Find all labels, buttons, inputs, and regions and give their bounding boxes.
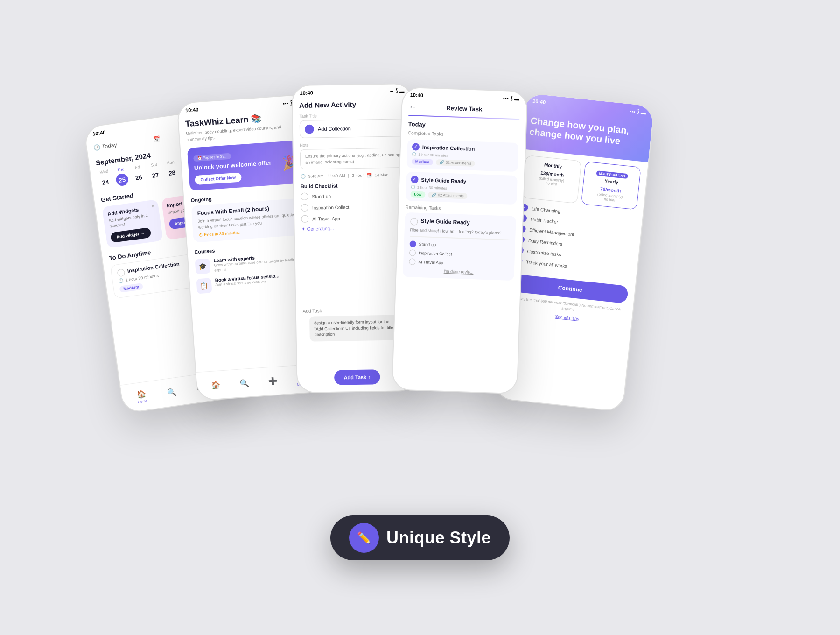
promo-expires: ⏰ Expires in 23... [193,153,231,162]
completed-task-name-2: ✓ Style Guide Ready [411,176,512,187]
cal-day-27: Sat 27 [147,162,163,182]
done-review-button[interactable]: I'm done revie... [409,268,509,275]
check-item-2[interactable]: Inspiration Collect [301,202,407,212]
badge-row-1: Medium 🔗 02 Attachments [412,158,513,168]
duration: 2 hour [352,173,364,178]
attach-badge-1: 🔗 02 Attachments [436,159,476,167]
mini-check-2[interactable]: Inspiration Collect [409,249,509,259]
review-title: Review Task [446,105,483,113]
phone-review-task: 10:40 ▪▪▪⟆▬ ← Review Task Today Complete… [392,86,528,394]
checkbox-2[interactable] [301,204,308,212]
completed-label: Completed Tasks [408,130,519,139]
completed-task-name-1: ✓ Inspiration Collection [412,143,514,154]
add-activity-title: Add New Activity [293,96,413,114]
priority-badge-2: Low [410,191,425,198]
check-item-1[interactable]: Stand-up [301,191,407,200]
completed-task-1: ✓ Inspiration Collection 🕐1 hour 30 minu… [406,139,518,172]
mini-checkbox-3[interactable] [409,258,415,265]
cal-day-25[interactable]: Thu 25 [113,166,130,187]
cal-day-24: Wed 24 [97,169,113,189]
unique-style-badge: ✏️ Unique Style [330,515,510,560]
remaining-task-card: Style Guide Ready Rise and shine! How am… [403,212,516,281]
collect-offer-button[interactable]: Collect Offer Now [195,172,242,185]
badge-row-2: Low 🔗 02 Attachments [410,191,512,201]
cal-day-26: Fri 26 [130,164,147,184]
course-icon-1: 🎓 [195,259,211,275]
remaining-task-name: Style Guide Ready [420,218,470,226]
widget-card-1[interactable]: × Add Widgets Add widgets only in 2 minu… [102,199,163,248]
yearly-plan-card[interactable]: MOST POPULAR Yearly 7$/month (billed mon… [581,161,641,210]
checklist-label: Build Checklist [301,182,407,189]
nav-home[interactable]: 🏠 Home [136,389,148,404]
today-section: Today Completed Tasks ✓ Inspiration Coll… [396,120,526,281]
task-badge-medium: Medium [119,283,143,293]
checkbox-1[interactable] [301,193,308,200]
task-checkbox[interactable] [117,269,125,277]
mini-checklist: Stand-up Inspiration Collect AI Travel A… [409,240,510,268]
attach-badge-2: 🔗 02 Attachments [428,192,468,199]
generating-indicator: ✦Generating... [301,225,408,232]
nav-search[interactable]: 🔍 [167,387,177,397]
check-icon-2: ✓ [411,176,419,183]
status-icons-4: ▪▪▪⟆▬ [503,95,519,101]
priority-badge-1: Medium [412,158,434,165]
today-label[interactable]: 🕐 Today [93,141,118,151]
remaining-label: Remaining Tasks [405,205,516,213]
time-range: 9:40 AM - 11:40 AM [308,174,345,179]
time-2: 10:40 [185,106,199,113]
time-3: 10:40 [300,90,313,95]
remaining-checkbox[interactable] [410,218,418,226]
add-task-button[interactable]: Add Task ↑ [334,369,380,385]
ai-prompt-text: design a user-friendly form layout for t… [309,315,403,341]
nav-add-2[interactable]: ➕ [268,376,278,386]
note-textarea[interactable]: Ensure the primary actions (e.g., adding… [300,148,407,169]
add-task-label: Add Task [303,308,322,314]
status-icons-5: ▪▪▪⟆▬ [630,108,646,116]
cal-day-28: Sun 28 [163,159,180,180]
form-section: Task Title Add Collection Note Ensure th… [293,112,414,232]
time-1: 10:40 [92,129,106,136]
mini-checkbox-2[interactable] [409,249,416,256]
add-widget-button[interactable]: Add widget → [110,227,151,243]
note-label: Note [300,141,406,148]
time-row: 🕐 9:40 AM - 11:40 AM | 2 hour 📅 14 Mar..… [301,172,407,179]
close-icon-1[interactable]: × [151,203,155,210]
mini-check-1[interactable]: Stand-up [409,240,509,250]
remaining-task-sub: Rise and shine! How am i feeling? today'… [410,227,510,235]
badge-icon: ✏️ [349,523,379,553]
today-label: Today [408,120,519,131]
popular-badge: MOST POPULAR [596,170,628,179]
back-arrow-icon[interactable]: ← [409,103,417,112]
focus-card[interactable]: Focus With Email (2 hours) Join a virtua… [191,198,309,243]
badge-label: Unique Style [386,528,491,548]
checkbox-3[interactable] [301,215,308,223]
mini-check-3[interactable]: AI Travel App [409,258,509,268]
time-4: 10:40 [410,92,424,98]
check-icon-1: ✓ [412,143,420,151]
nav-search-2[interactable]: 🔍 [239,378,249,388]
completed-task-2: ✓ Style Guide Ready 🕐1 hour 30 minutes L… [406,172,518,205]
task-title-input[interactable]: Add Collection [300,119,406,138]
features-list: ✓ Life Changing ✓ Habit Tracker ✓ Effici… [507,203,643,285]
promo-banner: ⏰ Expires in 23... Unlock your welcome o… [187,140,306,191]
mini-checkbox-1[interactable] [409,240,416,247]
time-5: 10:40 [532,98,546,105]
monthly-plan-card[interactable]: Monthly 13$/month (billed monthly) no tr… [522,155,582,204]
color-dot [305,124,314,134]
date-field: 14 Mar... [374,173,391,178]
nav-home-2[interactable]: 🏠 [211,380,221,389]
course-icon-2: 📋 [196,278,212,294]
check-item-3[interactable]: AI Travel App [301,213,407,223]
